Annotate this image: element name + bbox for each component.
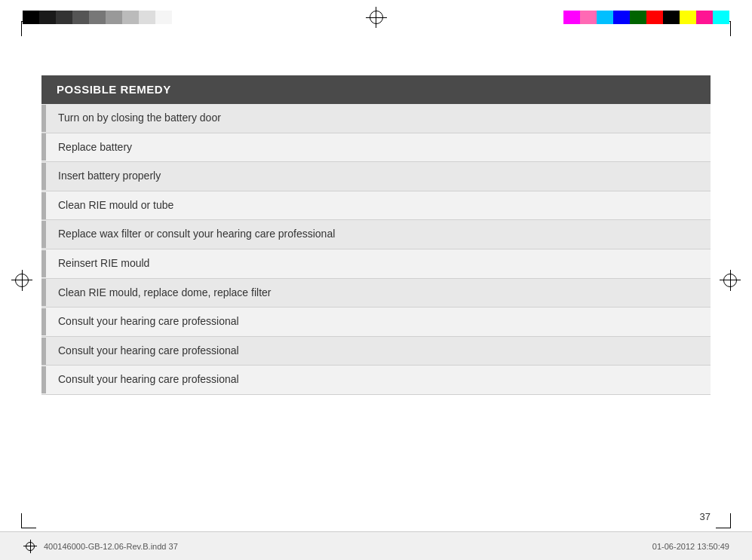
row-text: Turn on by closing the battery door: [46, 104, 233, 133]
color-swatch: [646, 11, 663, 24]
color-swatch: [39, 11, 56, 24]
table-row: Consult your hearing care professional: [41, 308, 711, 337]
color-swatch: [106, 11, 122, 24]
row-text: Clean RIE mould, replace dome, replace f…: [46, 279, 283, 308]
color-swatch: [597, 11, 613, 24]
table-row: Turn on by closing the battery door: [41, 104, 711, 133]
table-row: Consult your hearing care professional: [41, 366, 711, 395]
color-swatch: [563, 11, 580, 24]
color-swatch: [122, 11, 139, 24]
color-swatch: [630, 11, 646, 24]
row-text: Replace wax filter or consult your heari…: [46, 220, 347, 249]
table-rows: Turn on by closing the battery doorRepla…: [41, 104, 711, 395]
table-row: Consult your hearing care professional: [41, 337, 711, 366]
color-swatch: [155, 11, 172, 24]
table-row: Clean RIE mould or tube: [41, 191, 711, 221]
row-text: Clean RIE mould or tube: [46, 191, 186, 220]
print-marks-top: [0, 6, 752, 29]
color-swatch: [172, 11, 189, 24]
row-text: Replace battery: [46, 133, 144, 162]
crosshair-right: [719, 269, 741, 292]
color-swatch: [696, 11, 713, 24]
page-number: 37: [700, 511, 711, 522]
table-row: Clean RIE mould, replace dome, replace f…: [41, 279, 711, 308]
main-content: POSSIBLE REMEDY Turn on by closing the b…: [41, 75, 711, 500]
row-text: Insert battery properly: [46, 162, 173, 191]
crosshair-left: [11, 269, 33, 292]
corner-mark-br: [716, 513, 731, 528]
color-swatch: [713, 11, 729, 24]
remedy-table: POSSIBLE REMEDY Turn on by closing the b…: [41, 75, 711, 395]
table-row: Replace battery: [41, 133, 711, 163]
color-swatch: [72, 11, 89, 24]
footer-left: 400146000-GB-12.06-Rev.B.indd 37: [23, 539, 178, 554]
color-bar-right: [563, 11, 729, 24]
row-text: Consult your hearing care professional: [46, 337, 251, 366]
footer-left-text: 400146000-GB-12.06-Rev.B.indd 37: [44, 542, 178, 551]
table-row: Replace wax filter or consult your heari…: [41, 220, 711, 249]
table-header-text: POSSIBLE REMEDY: [57, 83, 171, 96]
row-text: Consult your hearing care professional: [46, 366, 251, 394]
color-swatch: [613, 11, 630, 24]
color-swatch: [580, 11, 597, 24]
color-swatch: [663, 11, 680, 24]
table-row: Reinsert RIE mould: [41, 249, 711, 279]
row-text: Reinsert RIE mould: [46, 249, 161, 278]
corner-mark-bl: [21, 513, 36, 528]
color-swatch: [56, 11, 72, 24]
color-swatch: [680, 11, 696, 24]
table-row: Insert battery properly: [41, 162, 711, 191]
color-swatch: [89, 11, 106, 24]
color-swatch: [23, 11, 39, 24]
row-text: Consult your hearing care professional: [46, 308, 251, 336]
footer-bar: 400146000-GB-12.06-Rev.B.indd 37 01-06-2…: [0, 531, 752, 560]
crosshair-top: [365, 6, 388, 29]
footer-right-text: 01-06-2012 13:50:49: [652, 542, 729, 551]
footer-crosshair: [23, 539, 38, 554]
color-swatch: [139, 11, 155, 24]
table-header: POSSIBLE REMEDY: [41, 75, 711, 104]
color-bar-left: [23, 11, 189, 24]
